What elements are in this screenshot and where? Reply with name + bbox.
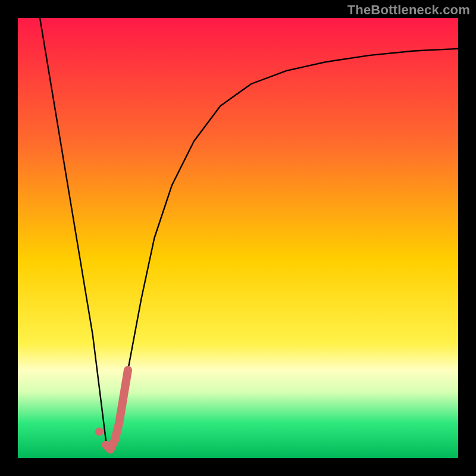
frame-bottom [0, 458, 476, 476]
chart-svg [0, 0, 476, 476]
plot-background [18, 18, 458, 458]
watermark-text: TheBottleneck.com [347, 2, 470, 18]
frame-right [458, 0, 476, 476]
chart-stage: TheBottleneck.com [0, 0, 476, 476]
highlight-dot [95, 428, 104, 436]
frame-left [0, 0, 18, 476]
